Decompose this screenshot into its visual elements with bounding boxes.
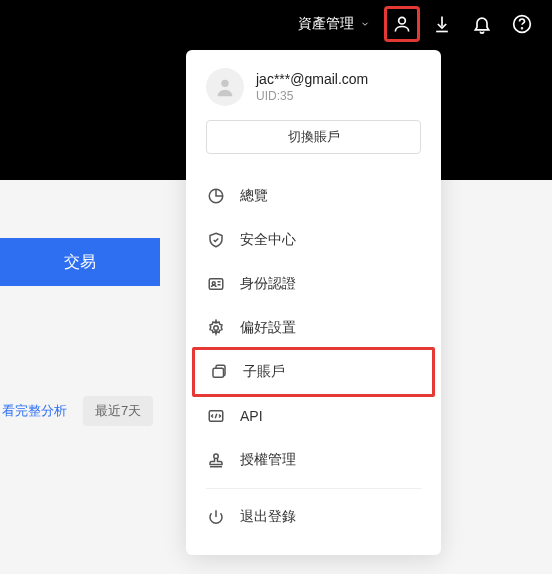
menu-logout-label: 退出登錄 <box>240 508 296 526</box>
menu-overview-label: 總覽 <box>240 187 268 205</box>
trade-button[interactable]: 交易 <box>0 238 160 286</box>
svg-point-9 <box>214 326 219 331</box>
svg-rect-5 <box>209 279 223 290</box>
full-analysis-link[interactable]: 看完整分析 <box>2 402 67 420</box>
svg-point-0 <box>399 17 406 24</box>
menu-auth-mgmt-label: 授權管理 <box>240 451 296 469</box>
user-email: jac***@gmail.com <box>256 71 368 87</box>
chevron-down-icon <box>360 19 370 29</box>
menu-list: 總覽 安全中心 身份認證 偏好設置 子賬戶 <box>186 166 441 547</box>
avatar <box>206 68 244 106</box>
pie-icon <box>206 186 226 206</box>
svg-point-13 <box>214 454 219 459</box>
menu-subaccount-label: 子賬戶 <box>243 363 285 381</box>
subaccount-icon <box>209 362 229 382</box>
menu-divider <box>206 488 421 489</box>
user-uid: UID:35 <box>256 89 368 103</box>
switch-account-button[interactable]: 切換賬戶 <box>206 120 421 154</box>
menu-identity[interactable]: 身份認證 <box>186 262 441 306</box>
menu-security-label: 安全中心 <box>240 231 296 249</box>
user-dropdown: jac***@gmail.com UID:35 切換賬戶 總覽 安全中心 身份認… <box>186 50 441 555</box>
switch-account-label: 切換賬戶 <box>288 128 340 146</box>
help-icon <box>512 14 532 34</box>
menu-identity-label: 身份認證 <box>240 275 296 293</box>
asset-management-dropdown[interactable]: 資產管理 <box>288 9 380 39</box>
power-icon <box>206 507 226 527</box>
svg-rect-10 <box>213 368 224 377</box>
gear-icon <box>206 318 226 338</box>
user-icon-button[interactable] <box>384 6 420 42</box>
avatar-icon <box>214 76 236 98</box>
id-card-icon <box>206 274 226 294</box>
svg-point-3 <box>221 80 228 87</box>
top-bar: 資產管理 <box>0 0 552 48</box>
menu-preferences-label: 偏好設置 <box>240 319 296 337</box>
download-icon <box>432 14 452 34</box>
menu-security[interactable]: 安全中心 <box>186 218 441 262</box>
user-icon <box>392 14 412 34</box>
menu-preferences[interactable]: 偏好設置 <box>186 306 441 350</box>
trade-label: 交易 <box>64 252 96 273</box>
notification-icon-button[interactable] <box>464 6 500 42</box>
api-icon <box>206 406 226 426</box>
shield-icon <box>206 230 226 250</box>
user-info: jac***@gmail.com UID:35 <box>256 71 368 103</box>
menu-api[interactable]: API <box>186 394 441 438</box>
stamp-icon <box>206 450 226 470</box>
help-icon-button[interactable] <box>504 6 540 42</box>
menu-api-label: API <box>240 408 263 424</box>
user-info-row: jac***@gmail.com UID:35 <box>186 68 441 120</box>
asset-management-label: 資產管理 <box>298 15 354 33</box>
svg-point-2 <box>522 28 523 29</box>
menu-auth-mgmt[interactable]: 授權管理 <box>186 438 441 482</box>
bell-icon <box>472 14 492 34</box>
download-icon-button[interactable] <box>424 6 460 42</box>
svg-point-6 <box>212 282 215 285</box>
menu-subaccount[interactable]: 子賬戶 <box>192 347 435 397</box>
svg-line-12 <box>215 414 217 419</box>
menu-logout[interactable]: 退出登錄 <box>186 495 441 539</box>
menu-overview[interactable]: 總覽 <box>186 174 441 218</box>
recent-7days-pill[interactable]: 最近7天 <box>83 396 153 426</box>
